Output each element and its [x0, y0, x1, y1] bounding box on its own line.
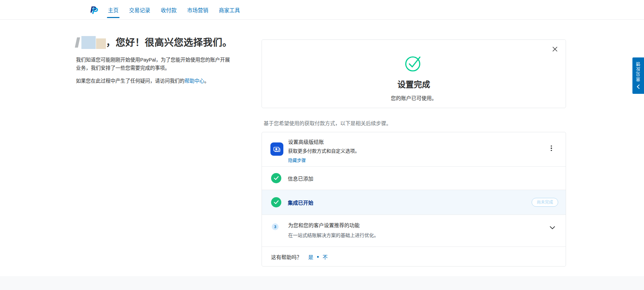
- feedback-side-tab[interactable]: 意见反馈: [632, 57, 644, 94]
- step-row-recommended-features[interactable]: 3 为您和您的客户设置推荐的功能 在一站式结账解决方案的基础上进行优化。: [262, 215, 566, 246]
- chevron-down-icon[interactable]: [549, 225, 556, 231]
- dot-separator: [317, 256, 319, 258]
- helpful-no-link[interactable]: 不: [323, 253, 328, 260]
- steps-header-title: 设置高级版结账: [288, 138, 360, 145]
- redacted-name-block: [81, 36, 96, 49]
- steps-header-subtitle: 获取更多付款方式和自定义选项。: [288, 147, 360, 154]
- paypal-logo-icon[interactable]: P P: [90, 5, 99, 16]
- step-label: 为您和您的客户设置推荐的功能: [288, 221, 379, 228]
- redacted-name-block: [96, 38, 106, 49]
- welcome-section: ，您好！很高兴您选择我们。 我们知道您可能刚刚开始使用PayPal，为了您能开始…: [76, 36, 230, 85]
- step-number-badge: 3: [272, 223, 279, 230]
- welcome-heading: ，您好！很高兴您选择我们。: [76, 36, 230, 50]
- nav-item-home[interactable]: 主页: [108, 0, 119, 20]
- step-row-info-added: 信息已添加: [262, 166, 566, 190]
- step-done-check-icon: [271, 197, 281, 207]
- setup-complete-card: 设置完成 您的账户已可使用。: [262, 39, 566, 108]
- nav-item-marketing[interactable]: 市场营销: [187, 0, 208, 20]
- primary-nav: 主页 交易记录 收付款 市场营销 商家工具: [108, 0, 240, 20]
- hide-steps-link[interactable]: 隐藏步骤: [288, 157, 306, 163]
- welcome-heading-text: ，您好！很高兴您选择我们。: [106, 37, 232, 48]
- setup-steps-card: 设置高级版结账 获取更多付款方式和自定义选项。 隐藏步骤 信息已添加 集成已开始…: [262, 132, 566, 267]
- bottom-strip: [0, 276, 644, 290]
- top-nav: P P 主页 交易记录 收付款 市场营销 商家工具: [0, 0, 644, 20]
- help-center-link[interactable]: 帮助中心: [185, 78, 204, 84]
- welcome-paragraph-2: 如果您在此过程中产生了任何疑问，请访问我们的帮助中心。: [76, 77, 230, 85]
- advanced-checkout-icon: [270, 142, 283, 156]
- nav-item-payments[interactable]: 收付款: [161, 0, 177, 20]
- chevron-left-icon: [637, 84, 640, 90]
- step-sublabel: 在一站式结账解决方案的基础上进行优化。: [288, 232, 379, 238]
- step-row-integration-started[interactable]: 集成已开始 尚未完成: [262, 190, 566, 215]
- status-subtitle: 您的账户已可使用。: [262, 94, 566, 101]
- feedback-tab-label: 意见反馈: [635, 61, 642, 82]
- status-title: 设置完成: [262, 78, 566, 90]
- step-done-check-icon: [271, 173, 281, 183]
- redacted-name-block: [75, 37, 80, 48]
- nav-item-merchant-tools[interactable]: 商家工具: [219, 0, 240, 20]
- steps-intro-text: 基于您希望使用的获取付款方式，以下是相关后续步骤。: [264, 119, 391, 126]
- not-finished-badge: 尚未完成: [532, 198, 558, 207]
- steps-card-header: 设置高级版结账 获取更多付款方式和自定义选项。 隐藏步骤: [262, 132, 566, 166]
- close-icon[interactable]: [551, 45, 559, 53]
- feedback-footer: 这有帮助吗？ 是 不: [262, 246, 566, 267]
- helpful-question: 这有帮助吗？: [271, 253, 302, 260]
- success-check-icon: [405, 55, 423, 73]
- step-label: 集成已开始: [288, 199, 313, 206]
- helpful-yes-link[interactable]: 是: [308, 253, 313, 260]
- kebab-menu-icon[interactable]: [548, 144, 555, 153]
- nav-item-activity[interactable]: 交易记录: [129, 0, 150, 20]
- step-label: 信息已添加: [288, 175, 313, 182]
- welcome-paragraph-1: 我们知道您可能刚刚开始使用PayPal，为了您能开始使用您的账户开展业务，我们安…: [76, 56, 230, 72]
